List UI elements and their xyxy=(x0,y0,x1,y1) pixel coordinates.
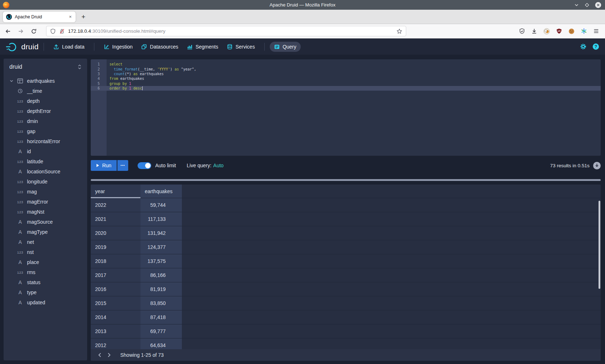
tracking-shield-icon[interactable] xyxy=(50,28,56,34)
help-icon[interactable]: ? xyxy=(592,43,599,50)
cell-earthquakes[interactable]: 86,166 xyxy=(140,268,182,282)
sidebar-field-latitude[interactable]: 123latitude xyxy=(9,156,82,167)
sidebar-field-locationSource[interactable]: AlocationSource xyxy=(9,167,82,177)
cell-earthquakes[interactable]: 59,744 xyxy=(140,198,182,212)
forward-button[interactable] xyxy=(18,28,24,34)
cell-earthquakes[interactable]: 124,377 xyxy=(140,240,182,254)
table-row[interactable]: 2020131,942 xyxy=(91,226,601,240)
insecure-lock-icon[interactable] xyxy=(59,28,65,34)
run-button[interactable]: Run xyxy=(91,160,117,171)
sidebar-field-magError[interactable]: 123magError xyxy=(9,197,82,207)
table-row[interactable]: 2019124,377 xyxy=(91,240,601,254)
cell-year[interactable]: 2020 xyxy=(91,226,140,240)
extension-icon[interactable] xyxy=(543,28,550,35)
back-button[interactable] xyxy=(5,28,11,34)
cell-earthquakes[interactable]: 69,777 xyxy=(140,324,182,338)
downloads-icon[interactable] xyxy=(531,28,537,34)
sql-editor[interactable]: 1select2 time_format(__time, 'YYYY') as … xyxy=(91,59,601,156)
nav-item-ingestion[interactable]: Ingestion xyxy=(99,42,137,52)
cell-earthquakes[interactable]: 131,942 xyxy=(140,226,182,240)
cell-year[interactable]: 2022 xyxy=(91,198,140,212)
settings-gear-icon[interactable] xyxy=(580,43,587,50)
code-line-5[interactable]: 5group by 1 xyxy=(91,81,601,86)
nav-item-load-data[interactable]: Load data xyxy=(49,42,89,52)
cell-year[interactable]: 2017 xyxy=(91,268,140,282)
cell-earthquakes[interactable]: 81,919 xyxy=(140,282,182,296)
ublock-icon[interactable]: uO xyxy=(556,28,562,34)
column-header-earthquakes[interactable]: earthquakes xyxy=(140,185,182,198)
druid-brand[interactable]: druid xyxy=(6,42,39,51)
window-minimize-button[interactable] xyxy=(574,3,579,8)
column-header-year[interactable]: year xyxy=(91,185,140,198)
reload-button[interactable] xyxy=(31,28,37,34)
next-page-icon[interactable] xyxy=(104,350,114,360)
sidebar-field-depth[interactable]: 123depth xyxy=(9,96,82,106)
sidebar-field-__time[interactable]: __time xyxy=(9,86,82,96)
sidebar-field-net[interactable]: Anet xyxy=(9,237,82,247)
cell-year[interactable]: 2019 xyxy=(91,240,140,254)
tab-apache-druid[interactable]: Apache Druid × xyxy=(3,12,76,22)
code-line-2[interactable]: 2 time_format(__time, 'YYYY') as "year", xyxy=(91,67,601,71)
table-row[interactable]: 201487,418 xyxy=(91,310,601,324)
vertical-scrollbar[interactable] xyxy=(599,201,600,289)
cell-year[interactable]: 2021 xyxy=(91,212,140,226)
sidebar-field-rms[interactable]: 123rms xyxy=(9,267,82,277)
table-row[interactable]: 201681,919 xyxy=(91,282,601,296)
download-results-icon[interactable] xyxy=(593,162,601,169)
new-tab-button[interactable]: + xyxy=(81,13,85,21)
table-row[interactable]: 2018137,575 xyxy=(91,254,601,268)
cell-year[interactable]: 2014 xyxy=(91,310,140,324)
nav-item-query[interactable]: Query xyxy=(270,42,301,52)
live-query-value[interactable]: Auto xyxy=(213,163,224,168)
table-row[interactable]: 201786,166 xyxy=(91,268,601,282)
window-close-button[interactable] xyxy=(595,2,601,8)
tab-close-icon[interactable]: × xyxy=(68,14,72,19)
sidebar-field-place[interactable]: Aplace xyxy=(9,257,82,267)
table-row[interactable]: 201369,777 xyxy=(91,324,601,338)
menu-hamburger-icon[interactable] xyxy=(593,28,599,34)
code-line-3[interactable]: 3 count(*) as earthquakes xyxy=(91,72,601,76)
nav-item-segments[interactable]: Segments xyxy=(183,42,223,52)
sidebar-field-depthError[interactable]: 123depthError xyxy=(9,106,82,116)
url-bar[interactable]: 172.18.0.4:30109/unified-console.html#qu… xyxy=(46,26,406,36)
cell-earthquakes[interactable]: 137,575 xyxy=(140,254,182,268)
code-line-6[interactable]: 6order by 1 desc xyxy=(91,86,601,91)
cell-earthquakes[interactable]: 83,850 xyxy=(140,296,182,310)
window-maximize-button[interactable] xyxy=(584,3,590,8)
color-asterisk-icon[interactable] xyxy=(581,28,587,34)
shield-check-icon[interactable] xyxy=(519,28,525,34)
nav-item-datasources[interactable]: Datasources xyxy=(137,42,183,52)
sidebar-field-updated[interactable]: Aupdated xyxy=(9,297,82,308)
sidebar-field-magNst[interactable]: 123magNst xyxy=(9,207,82,217)
cookie-icon[interactable] xyxy=(568,28,575,35)
sidebar-field-dmin[interactable]: 123dmin xyxy=(9,116,82,126)
cell-year[interactable]: 2013 xyxy=(91,324,140,338)
table-row[interactable]: 2021117,133 xyxy=(91,212,601,226)
code-line-1[interactable]: 1select xyxy=(91,62,601,67)
sidebar-field-magType[interactable]: AmagType xyxy=(9,227,82,237)
cell-earthquakes[interactable]: 117,133 xyxy=(140,212,182,226)
sidebar-field-horizontalError[interactable]: 123horizontalError xyxy=(9,136,82,146)
table-row-earthquakes[interactable]: earthquakes xyxy=(9,76,82,86)
sidebar-field-type[interactable]: Atype xyxy=(9,287,82,297)
sidebar-field-id[interactable]: Aid xyxy=(9,146,82,156)
auto-limit-toggle[interactable] xyxy=(138,162,151,169)
cell-year[interactable]: 2015 xyxy=(91,296,140,310)
nav-item-services[interactable]: Services xyxy=(223,42,259,52)
sidebar-field-status[interactable]: Astatus xyxy=(9,277,82,287)
sidebar-field-gap[interactable]: 123gap xyxy=(9,126,82,136)
sidebar-field-magSource[interactable]: AmagSource xyxy=(9,217,82,227)
sidebar-field-mag[interactable]: 123mag xyxy=(9,187,82,197)
prev-page-icon[interactable] xyxy=(95,350,104,360)
bookmark-star-icon[interactable] xyxy=(396,28,402,34)
table-row[interactable]: 201583,850 xyxy=(91,296,601,310)
sidebar-field-longitude[interactable]: 123longitude xyxy=(9,177,82,187)
chevron-down-icon[interactable] xyxy=(9,79,16,83)
code-line-4[interactable]: 4from earthquakes xyxy=(91,76,601,81)
table-row[interactable]: 202259,744 xyxy=(91,198,601,212)
sort-icon[interactable] xyxy=(77,64,82,70)
run-more-button[interactable]: ••• xyxy=(117,160,128,171)
sidebar-field-nst[interactable]: 123nst xyxy=(9,247,82,257)
cell-year[interactable]: 2016 xyxy=(91,282,140,296)
horizontal-scrollbar[interactable] xyxy=(91,179,601,181)
